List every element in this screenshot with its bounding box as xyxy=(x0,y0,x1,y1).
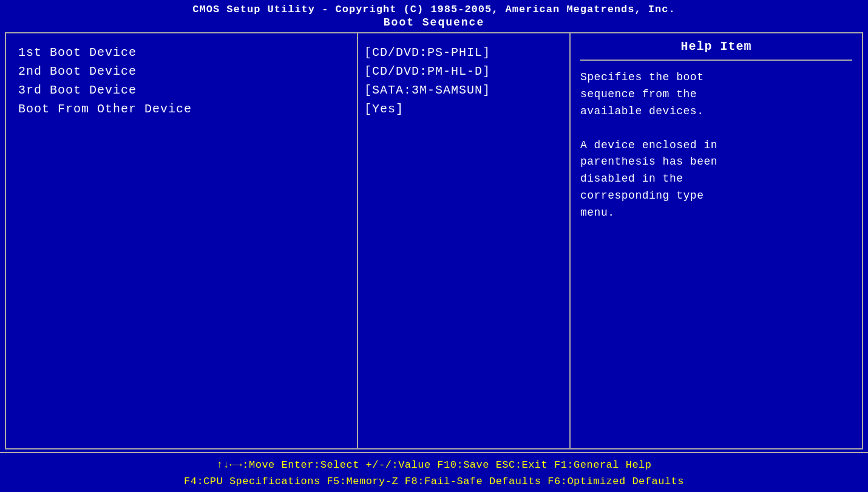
menu-item-3rd-boot[interactable]: 3rd Boot Device xyxy=(18,81,345,100)
menu-item-2nd-boot[interactable]: 2nd Boot Device xyxy=(18,62,345,81)
right-panel: Help Item Specifies the boot sequence fr… xyxy=(571,33,862,448)
footer-line2: F4:CPU Specifications F5:Memory-Z F8:Fai… xyxy=(12,473,856,490)
value-item-1[interactable]: [CD/DVD:PS-PHIL] xyxy=(364,43,563,62)
bios-screen: CMOS Setup Utility - Copyright (C) 1985-… xyxy=(0,0,868,492)
header-copyright: CMOS Setup Utility - Copyright (C) 1985-… xyxy=(0,4,868,15)
value-item-2[interactable]: [CD/DVD:PM-HL-D] xyxy=(364,62,563,81)
header: CMOS Setup Utility - Copyright (C) 1985-… xyxy=(0,0,868,30)
middle-panel: [CD/DVD:PS-PHIL] [CD/DVD:PM-HL-D] [SATA:… xyxy=(358,33,571,448)
help-title: Help Item xyxy=(580,39,852,61)
value-selected-1: [CD/DVD:PS-PHIL] xyxy=(364,46,490,60)
menu-item-boot-other[interactable]: Boot From Other Device xyxy=(18,100,345,118)
value-item-3[interactable]: [SATA:3M-SAMSUN] xyxy=(364,81,563,100)
help-text: Specifies the boot sequence from the ava… xyxy=(580,69,852,222)
main-content: 1st Boot Device 2nd Boot Device 3rd Boot… xyxy=(0,30,868,452)
footer: ↑↓←→:Move Enter:Select +/-/:Value F10:Sa… xyxy=(0,452,868,492)
menu-item-1st-boot[interactable]: 1st Boot Device xyxy=(18,43,345,62)
header-title: Boot Sequence xyxy=(0,16,868,29)
value-item-4[interactable]: [Yes] xyxy=(364,100,563,118)
footer-line1: ↑↓←→:Move Enter:Select +/-/:Value F10:Sa… xyxy=(12,457,856,473)
content-box: 1st Boot Device 2nd Boot Device 3rd Boot… xyxy=(5,32,863,449)
left-panel: 1st Boot Device 2nd Boot Device 3rd Boot… xyxy=(6,33,358,448)
